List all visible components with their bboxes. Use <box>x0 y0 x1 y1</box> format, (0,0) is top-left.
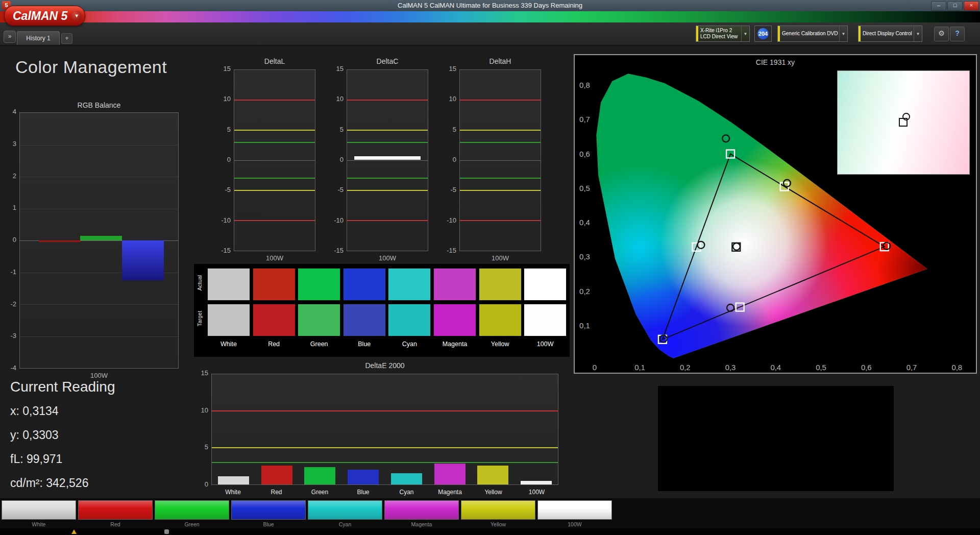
x-axis-label: 100W <box>347 254 428 262</box>
swatch-column-label: Red <box>253 341 296 348</box>
delta-h-chart: DeltaH 100W 151050-5-10-15 <box>445 56 545 262</box>
meter-name: X-Rite i1Pro 2 <box>700 28 739 34</box>
gridline <box>20 209 178 209</box>
reference-line <box>460 220 541 221</box>
gridline <box>20 336 178 337</box>
swatch-actual-magenta <box>433 268 476 301</box>
pattern-button-yellow[interactable] <box>461 500 535 520</box>
cie-x-tick-label: 0,3 <box>725 363 736 372</box>
axis-tick-label: 0 <box>436 156 456 163</box>
meter-dropdown[interactable]: X-Rite i1Pro 2 LCD Direct View ▼ <box>696 26 750 42</box>
delta-e-plot <box>211 374 558 485</box>
delta-c-chart: DeltaC 100W 151050-5-10-15 <box>332 56 432 262</box>
pattern-button-100w[interactable] <box>537 500 612 520</box>
reference-line <box>460 190 541 191</box>
chevron-down-icon[interactable]: ▼ <box>914 26 922 41</box>
bar-red <box>39 240 81 242</box>
rainbow-accent-bar <box>0 11 980 22</box>
pattern-button-white[interactable] <box>2 500 76 520</box>
delta-l-plot <box>234 69 315 251</box>
delta-c-plot <box>347 69 428 251</box>
reference-line <box>347 178 428 179</box>
chart-title: DeltaH <box>459 57 541 65</box>
axis-tick-label: -10 <box>210 216 231 224</box>
pattern-button-green[interactable] <box>155 500 229 520</box>
reading-cdm2: cd/m²: 342,526 <box>10 476 184 490</box>
taskbar-peek <box>0 528 980 535</box>
axis-tick-label: 5 <box>323 126 344 133</box>
delta-l-chart: DeltaL 100W 151050-5-10-15 <box>219 56 320 262</box>
logo-menu-arrow-icon[interactable]: ▾ <box>71 11 82 21</box>
category-label: 100W <box>515 489 558 496</box>
bar-blue <box>122 240 164 280</box>
reference-line <box>234 190 315 191</box>
cie-x-tick-label: 0,1 <box>634 363 645 372</box>
reference-line <box>347 220 428 221</box>
axis-tick-label: 0 <box>188 480 208 488</box>
pattern-button-cyan[interactable] <box>308 500 382 520</box>
current-reading-title: Current Reading <box>10 379 184 395</box>
axis-tick-label: 5 <box>436 126 456 133</box>
history-expand-button[interactable]: » <box>4 31 16 43</box>
swatch-actual-yellow <box>479 268 522 301</box>
add-tab-button[interactable]: + <box>61 33 72 44</box>
swatch-target-cyan <box>388 304 431 336</box>
pattern-button-magenta[interactable] <box>384 500 459 520</box>
pattern-button-label: Yellow <box>461 521 535 527</box>
axis-tick-label: 0 <box>210 156 231 163</box>
bar-white <box>218 476 249 484</box>
minimize-button[interactable]: – <box>931 1 946 11</box>
bar-green <box>304 467 335 484</box>
swatch-column-label: 100W <box>524 341 567 348</box>
reference-line <box>212 462 558 463</box>
meter-count-value: 204 <box>757 28 769 39</box>
rgb-balance-chart: RGB Balance 100W 43210-1-2-3-4 <box>4 100 186 380</box>
gridline <box>347 160 428 161</box>
gridline <box>234 160 315 161</box>
help-button[interactable]: ? <box>950 27 965 41</box>
axis-tick-label: 0 <box>0 236 16 244</box>
axis-tick-label: -1 <box>0 268 16 276</box>
reference-line <box>460 178 541 179</box>
category-label: Cyan <box>385 489 428 496</box>
swatch-actual-100w <box>524 268 567 301</box>
axis-tick-label: 10 <box>436 95 456 103</box>
bar-measured <box>354 156 422 160</box>
cie-y-tick-label: 0,8 <box>579 81 590 89</box>
color-checker-panel: ActualTargetWhiteRedGreenBlueCyanMagenta… <box>194 264 570 357</box>
pattern-button-red[interactable] <box>78 500 153 520</box>
category-label: Blue <box>341 489 385 496</box>
axis-tick-label: 1 <box>0 204 16 211</box>
chevron-down-icon[interactable]: ▼ <box>839 26 847 41</box>
gridline <box>20 145 178 145</box>
reference-line <box>234 100 315 101</box>
help-icon: ? <box>955 29 960 37</box>
chevron-down-icon[interactable]: ▼ <box>741 26 749 41</box>
swatch-actual-blue <box>343 268 386 301</box>
axis-tick-label: 5 <box>210 126 231 133</box>
swatch-target-white <box>207 304 250 336</box>
cie-y-tick-label: 0,4 <box>579 218 590 227</box>
calman-logo[interactable]: CalMAN 5 ▾ <box>4 6 85 26</box>
axis-tick-label: -4 <box>0 364 16 372</box>
maximize-button[interactable]: □ <box>947 1 963 11</box>
settings-button[interactable]: ⚙ <box>934 27 949 41</box>
tab-history-1[interactable]: History 1 <box>17 31 60 45</box>
swatch-target-blue <box>343 304 386 336</box>
pattern-button-blue[interactable] <box>231 500 306 520</box>
display-control-dropdown[interactable]: Direct Display Control ▼ <box>858 26 922 42</box>
x-axis-label: 100W <box>459 254 541 262</box>
reference-line <box>347 130 428 131</box>
pattern-button-label: Cyan <box>308 521 382 527</box>
calman-app-window: 5 CalMAN 5 CalMAN Ultimate for Business … <box>0 0 980 535</box>
toolbar: » History 1 + X-Rite i1Pro 2 LCD Direct … <box>0 22 980 45</box>
source-dropdown[interactable]: Generic Calibration DVD ▼ <box>777 26 848 42</box>
axis-tick-label: -5 <box>210 186 231 193</box>
bar-cyan <box>391 473 422 484</box>
close-button[interactable]: × <box>964 1 979 11</box>
cie-x-tick-label: 0 <box>593 363 597 372</box>
axis-tick-label: -10 <box>436 216 456 224</box>
pattern-button-label: Red <box>78 521 153 527</box>
swatch-column-label: Cyan <box>388 341 431 348</box>
reference-line <box>460 130 541 131</box>
